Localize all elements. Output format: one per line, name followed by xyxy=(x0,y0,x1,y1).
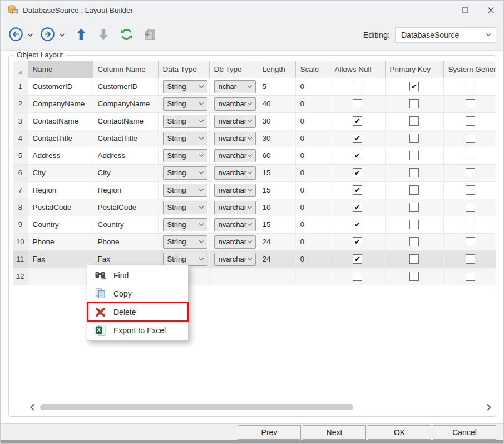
column-header-db-type[interactable]: Db Type xyxy=(209,61,258,78)
checkbox[interactable]: ✔ xyxy=(353,151,362,160)
system-generated-cell[interactable] xyxy=(443,216,496,233)
primary-key-cell[interactable]: ✔ xyxy=(385,78,443,95)
scale-cell[interactable]: 0 xyxy=(295,112,330,130)
primary-key-cell[interactable] xyxy=(385,181,443,199)
system-generated-cell[interactable] xyxy=(443,95,496,112)
checkbox[interactable] xyxy=(409,99,419,108)
column-name-cell[interactable]: Country xyxy=(93,216,158,233)
scroll-left-icon[interactable] xyxy=(30,404,36,410)
table-row[interactable]: 9CountryCountryStringnvarchar150✔ xyxy=(13,216,496,233)
db-type-combo[interactable]: nvarchar xyxy=(214,253,256,266)
column-name-cell[interactable]: Region xyxy=(93,181,158,199)
length-cell[interactable]: 15 xyxy=(258,216,295,233)
column-header-primary-key[interactable]: Primary Key xyxy=(385,61,443,78)
move-down-button[interactable] xyxy=(95,26,112,45)
checkbox[interactable]: ✔ xyxy=(353,134,362,143)
menu-item-find[interactable]: Find xyxy=(87,266,188,284)
system-generated-cell[interactable] xyxy=(443,250,496,268)
db-type-cell[interactable]: nvarchar xyxy=(209,216,258,233)
data-type-cell[interactable]: String xyxy=(158,199,209,216)
checkbox[interactable] xyxy=(466,254,475,264)
data-type-cell[interactable]: String xyxy=(158,95,209,112)
close-button[interactable] xyxy=(478,1,503,19)
checkbox[interactable] xyxy=(409,237,419,246)
maximize-button[interactable] xyxy=(452,1,478,19)
column-name-cell[interactable]: PostalCode xyxy=(93,199,158,216)
scale-cell[interactable]: 0 xyxy=(295,199,330,216)
column-name-cell[interactable]: ContactTitle xyxy=(93,130,158,147)
scale-cell[interactable]: 0 xyxy=(295,78,330,95)
data-type-combo[interactable]: String xyxy=(163,235,207,249)
row-number-cell[interactable]: 9 xyxy=(13,216,28,233)
row-number-cell[interactable]: 7 xyxy=(13,181,28,199)
scale-cell[interactable]: 0 xyxy=(295,181,330,199)
length-cell[interactable]: 24 xyxy=(258,250,295,268)
table-row[interactable]: 8PostalCodePostalCodeStringnvarchar100✔ xyxy=(13,199,496,216)
column-header-name[interactable]: Name xyxy=(28,61,93,78)
allows-null-cell[interactable]: ✔ xyxy=(330,199,385,216)
data-type-combo[interactable]: String xyxy=(163,149,207,162)
data-type-combo[interactable]: String xyxy=(163,80,207,93)
data-type-combo[interactable]: String xyxy=(163,115,207,128)
row-number-cell[interactable]: 12 xyxy=(13,268,28,285)
system-generated-cell[interactable] xyxy=(443,112,496,130)
primary-key-cell[interactable] xyxy=(385,164,443,181)
db-type-combo[interactable]: nvarchar xyxy=(214,149,256,162)
db-type-cell[interactable]: nvarchar xyxy=(209,147,258,164)
editing-dropdown[interactable]: DatabaseSource xyxy=(395,27,496,43)
checkbox[interactable]: ✔ xyxy=(353,116,362,126)
length-cell[interactable]: 30 xyxy=(258,112,295,130)
menu-item-delete[interactable]: Delete xyxy=(87,303,188,321)
name-cell[interactable]: Address xyxy=(28,147,93,164)
primary-key-cell[interactable] xyxy=(385,268,443,285)
allows-null-cell[interactable]: ✔ xyxy=(330,233,385,250)
column-header-system-generated[interactable]: System Generated xyxy=(443,61,496,78)
checkbox[interactable] xyxy=(353,99,362,108)
length-cell[interactable]: 24 xyxy=(258,233,295,250)
length-cell[interactable]: 60 xyxy=(258,147,295,164)
forward-dropdown-button[interactable] xyxy=(58,29,66,41)
scroll-track[interactable] xyxy=(40,404,481,411)
allows-null-cell[interactable] xyxy=(330,268,385,285)
row-number-cell[interactable]: 3 xyxy=(13,112,28,130)
allows-null-cell[interactable]: ✔ xyxy=(330,112,385,130)
primary-key-cell[interactable] xyxy=(385,250,443,268)
allows-null-cell[interactable]: ✔ xyxy=(330,130,385,147)
checkbox[interactable]: ✔ xyxy=(353,220,362,229)
table-row[interactable]: 6CityCityStringnvarchar150✔ xyxy=(13,164,496,181)
system-generated-cell[interactable] xyxy=(443,130,496,147)
db-type-combo[interactable]: nvarchar xyxy=(214,132,256,145)
row-number-cell[interactable]: 1 xyxy=(13,78,28,95)
row-number-cell[interactable]: 6 xyxy=(13,164,28,181)
checkbox[interactable] xyxy=(409,168,419,177)
primary-key-cell[interactable] xyxy=(385,147,443,164)
scale-cell[interactable]: 0 xyxy=(295,250,330,268)
checkbox[interactable] xyxy=(466,220,475,229)
checkbox[interactable] xyxy=(409,151,419,160)
back-button[interactable] xyxy=(6,25,26,45)
allows-null-cell[interactable]: ✔ xyxy=(330,250,385,268)
primary-key-cell[interactable] xyxy=(385,95,443,112)
column-name-cell[interactable]: CustomerID xyxy=(93,78,158,95)
allows-null-cell[interactable]: ✔ xyxy=(330,181,385,199)
name-cell[interactable]: PostalCode xyxy=(28,199,93,216)
column-header-column-name[interactable]: Column Name xyxy=(93,61,158,78)
system-generated-cell[interactable] xyxy=(443,147,496,164)
db-type-combo[interactable]: nvarchar xyxy=(214,218,256,231)
menu-item-export-to-excel[interactable]: XExport to Excel xyxy=(87,321,188,339)
db-type-combo[interactable]: nvarchar xyxy=(214,201,256,214)
primary-key-cell[interactable] xyxy=(385,112,443,130)
scale-cell[interactable]: 0 xyxy=(295,164,330,181)
data-type-combo[interactable]: String xyxy=(163,166,207,180)
db-type-cell[interactable]: nchar xyxy=(209,78,258,95)
next-button[interactable]: Next xyxy=(303,425,366,440)
sync-layout-button[interactable] xyxy=(140,26,159,45)
checkbox[interactable] xyxy=(466,151,475,160)
db-type-cell[interactable]: nvarchar xyxy=(209,199,258,216)
primary-key-cell[interactable] xyxy=(385,233,443,250)
refresh-button[interactable] xyxy=(117,26,136,45)
forward-button[interactable] xyxy=(38,25,57,45)
data-type-cell[interactable]: String xyxy=(158,233,209,250)
prev-button[interactable]: Prev xyxy=(238,425,301,440)
data-type-combo[interactable]: String xyxy=(163,184,207,197)
